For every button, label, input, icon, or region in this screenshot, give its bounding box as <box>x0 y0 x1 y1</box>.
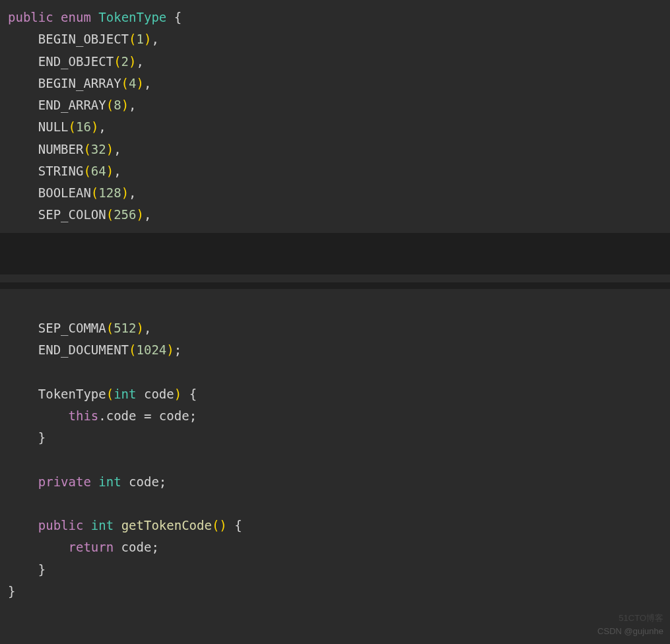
enum-value: 64 <box>91 164 106 178</box>
enum-value: 1024 <box>137 342 167 357</box>
enum-name: NULL <box>38 119 69 134</box>
keyword-this: this <box>69 408 99 423</box>
watermark-51cto: 51CTO博客 <box>619 612 663 624</box>
enum-value: 512 <box>114 321 136 335</box>
code-block-2: SEP_COMMA(512), END_DOCUMENT(1024); Toke… <box>0 289 670 610</box>
watermark-csdn: CSDN @gujunhe <box>597 626 663 636</box>
keyword-private: private <box>38 474 91 489</box>
enum-name: SEP_COLON <box>38 207 106 222</box>
enum-name: END_DOCUMENT <box>38 342 129 357</box>
separator-gap <box>0 282 670 289</box>
enum-name: END_ARRAY <box>38 98 106 112</box>
ctor-param: code <box>144 387 174 401</box>
type-int: int <box>98 474 121 489</box>
type-int: int <box>114 387 136 401</box>
enum-value: 32 <box>91 142 106 156</box>
method-name: getTokenCode <box>121 518 212 532</box>
type-int: int <box>91 518 114 532</box>
enum-name: BOOLEAN <box>38 185 91 200</box>
keyword-enum: enum <box>61 10 91 24</box>
keyword-return: return <box>69 540 114 554</box>
enum-name: NUMBER <box>38 142 84 156</box>
class-name: TokenType <box>98 10 166 24</box>
enum-name: STRING <box>38 164 84 178</box>
separator-stripe <box>0 274 670 282</box>
enum-value: 16 <box>76 119 91 134</box>
enum-value: 2 <box>121 54 129 69</box>
separator-gap <box>0 233 670 274</box>
enum-value: 4 <box>129 76 136 90</box>
enum-value: 1 <box>137 32 144 46</box>
enum-value: 8 <box>114 98 121 112</box>
enum-value: 256 <box>114 207 136 222</box>
keyword-public: public <box>38 518 84 532</box>
keyword-public: public <box>8 10 53 24</box>
enum-name: END_OBJECT <box>38 54 114 69</box>
enum-name: BEGIN_ARRAY <box>38 76 121 90</box>
code-block-1: public enum TokenType { BEGIN_OBJECT(1),… <box>0 0 670 233</box>
enum-name: BEGIN_OBJECT <box>38 32 129 46</box>
ctor-name: TokenType <box>38 387 106 401</box>
field-name: code <box>129 474 159 489</box>
enum-value: 128 <box>98 185 121 200</box>
enum-name: SEP_COMMA <box>38 321 106 335</box>
